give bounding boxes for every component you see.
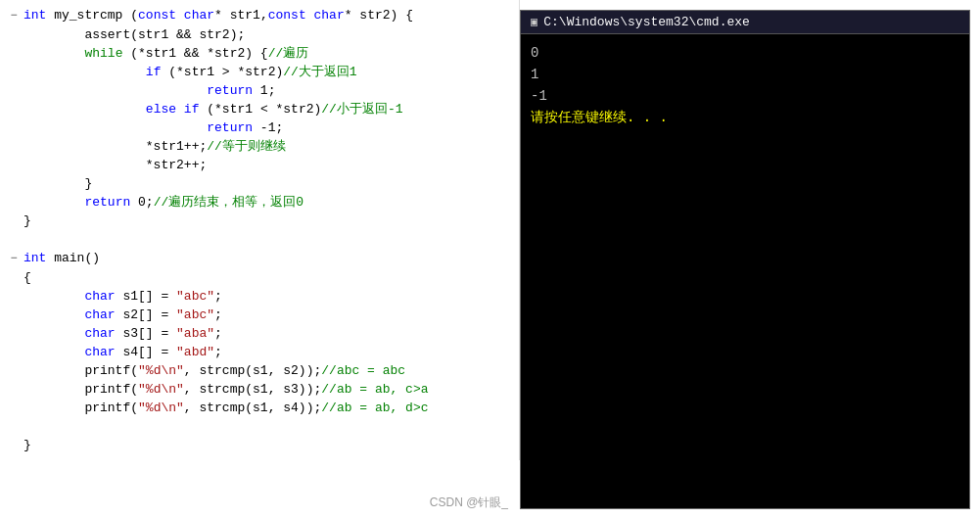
code-line-text: return 0;//遍历结束，相等，返回0: [23, 193, 519, 212]
code-line-text: assert(str1 && str2);: [23, 25, 519, 44]
code-line-text: printf("%d\n", strcmp(s1, s3));//ab = ab…: [23, 380, 519, 399]
code-line-text: printf("%d\n", strcmp(s1, s2));//abc = a…: [23, 361, 519, 380]
code-line-text: }: [23, 436, 519, 454]
code-line: return 1;: [0, 81, 519, 100]
code-line: [0, 417, 519, 436]
code-line: *str1++;//等于则继续: [0, 137, 519, 156]
code-line-text: char s2[] = "abc";: [23, 306, 519, 324]
code-line-text: {: [23, 268, 519, 287]
cmd-body: 01-1请按任意键继续. . .: [521, 34, 969, 508]
code-line: printf("%d\n", strcmp(s1, s2));//abc = a…: [0, 361, 519, 380]
code-line-text: *str1++;//等于则继续: [23, 137, 519, 156]
code-line-text: }: [23, 212, 519, 230]
code-line: char s3[] = "aba";: [0, 324, 519, 343]
code-line: }: [0, 212, 519, 230]
code-line-text: return 1;: [23, 81, 519, 100]
code-content: −int my_strcmp (const char* str1,const c…: [0, 0, 519, 460]
code-line-text: int my_strcmp (const char* str1,const ch…: [23, 6, 519, 24]
code-line: {: [0, 268, 519, 287]
code-line-text: while (*str1 && *str2) {//遍历: [23, 44, 519, 63]
code-panel-wrapper: −int my_strcmp (const char* str1,const c…: [0, 0, 520, 519]
code-line-text: else if (*str1 < *str2)//小于返回-1: [23, 100, 519, 118]
code-line: *str2++;: [0, 156, 519, 174]
code-line: printf("%d\n", strcmp(s1, s3));//ab = ab…: [0, 380, 519, 399]
code-line: −int main(): [0, 249, 519, 268]
cmd-output-line: 请按任意键继续. . .: [531, 107, 959, 128]
code-line-text: int main(): [23, 249, 519, 267]
cmd-titlebar: ▣ C:\Windows\system32\cmd.exe: [521, 11, 969, 34]
cmd-title: C:\Windows\system32\cmd.exe: [543, 15, 750, 29]
code-line-text: char s4[] = "abd";: [23, 343, 519, 361]
code-line-text: return -1;: [23, 118, 519, 137]
main-container: −int my_strcmp (const char* str1,const c…: [0, 0, 980, 519]
code-line: }: [0, 174, 519, 193]
code-line: }: [0, 436, 519, 454]
cmd-output-line: 1: [531, 64, 959, 85]
gutter-icon[interactable]: −: [4, 250, 23, 268]
cmd-output-line: -1: [531, 85, 959, 107]
cmd-icon: ▣: [531, 15, 537, 29]
code-line: if (*str1 > *str2)//大于返回1: [0, 63, 519, 81]
code-line-text: printf("%d\n", strcmp(s1, s4));//ab = ab…: [23, 399, 519, 417]
code-line: else if (*str1 < *str2)//小于返回-1: [0, 100, 519, 118]
code-line: [0, 230, 519, 249]
code-line: printf("%d\n", strcmp(s1, s4));//ab = ab…: [0, 399, 519, 417]
code-line: −int my_strcmp (const char* str1,const c…: [0, 6, 519, 25]
code-line: char s2[] = "abc";: [0, 306, 519, 324]
watermark: CSDN @针眼_: [430, 495, 508, 511]
code-line: char s4[] = "abd";: [0, 343, 519, 361]
code-line-text: if (*str1 > *str2)//大于返回1: [23, 63, 519, 81]
code-panel: −int my_strcmp (const char* str1,const c…: [0, 0, 520, 460]
code-line-text: char s1[] = "abc";: [23, 287, 519, 306]
code-line-text: }: [23, 174, 519, 193]
code-line-text: *str2++;: [23, 156, 519, 174]
code-line: return -1;: [0, 118, 519, 137]
code-line: assert(str1 && str2);: [0, 25, 519, 44]
gutter-icon[interactable]: −: [4, 7, 23, 25]
code-line: while (*str1 && *str2) {//遍历: [0, 44, 519, 63]
code-line-text: char s3[] = "aba";: [23, 324, 519, 343]
code-line: return 0;//遍历结束，相等，返回0: [0, 193, 519, 212]
cmd-panel: ▣ C:\Windows\system32\cmd.exe 01-1请按任意键继…: [520, 10, 970, 509]
code-line: char s1[] = "abc";: [0, 287, 519, 306]
cmd-output-line: 0: [531, 42, 959, 64]
